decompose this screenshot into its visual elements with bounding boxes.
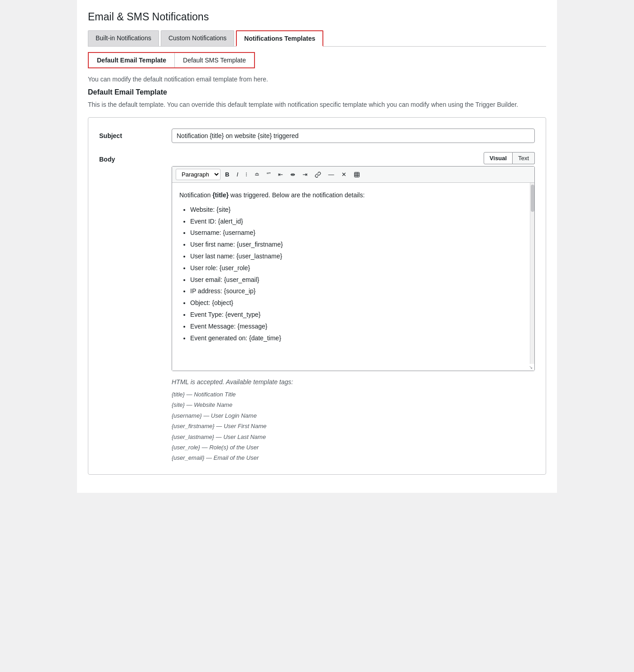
template-tag-item: {user_lastname} — User Last Name (172, 432, 535, 442)
template-tag-item: {user_email} — Email of the User (172, 453, 535, 463)
svg-rect-0 (354, 172, 359, 177)
table-btn[interactable] (351, 170, 363, 179)
page-title: Email & SMS Notifications (88, 11, 546, 23)
body-list-item: User first name: {user_firstname} (190, 239, 527, 250)
tab-custom[interactable]: Custom Notifications (161, 30, 234, 46)
template-tags-section: HTML is accepted. Available template tag… (172, 378, 535, 463)
template-tag-item: {user_role} — Role(s) of the User (172, 442, 535, 453)
body-list-item: Event ID: {alert_id} (190, 216, 527, 227)
section-title: Default Email Template (88, 88, 546, 96)
sub-tab-email-template[interactable]: Default Email Template (89, 53, 175, 67)
visual-btn[interactable]: Visual (484, 152, 513, 164)
subject-label: Subject (99, 129, 172, 139)
horizontal-rule-btn[interactable]: ✕ (339, 170, 349, 179)
editor-body[interactable]: Notification {title} was triggered. Belo… (172, 183, 534, 364)
text-btn[interactable]: Text (513, 152, 535, 164)
body-label: Body (99, 152, 172, 163)
strikethrough-btn[interactable]: ― (326, 170, 337, 179)
body-row: Body Visual Text Paragraph B I (99, 152, 535, 463)
template-tags-title: HTML is accepted. Available template tag… (172, 378, 535, 386)
body-list-item: Object: {object} (190, 298, 527, 309)
body-field: Visual Text Paragraph B I ⁝ ≏ “” (172, 152, 535, 463)
align-left-btn[interactable]: ⇤ (275, 170, 286, 179)
editor-scrollbar[interactable] (530, 183, 534, 364)
body-list-item: Event generated on: {date_time} (190, 333, 527, 344)
unordered-list-btn[interactable]: ⁝ (243, 170, 250, 179)
editor-toolbar: Paragraph B I ⁝ ≏ “” ⇤ ⇼ ⇥ ― (172, 167, 534, 183)
template-tag-item: {title} — Notification Title (172, 389, 535, 400)
ordered-list-btn[interactable]: ≏ (252, 170, 262, 179)
body-list-item: IP address: {source_ip} (190, 286, 527, 297)
main-tabs: Built-in Notifications Custom Notificati… (88, 30, 546, 47)
template-tag-item: {site} — Website Name (172, 400, 535, 410)
paragraph-select[interactable]: Paragraph (176, 169, 221, 180)
subject-row: Subject (99, 129, 535, 143)
description-text: You can modify the default notification … (88, 76, 546, 83)
section-subtitle: This is the default template. You can ov… (88, 101, 546, 108)
scrollbar-thumb (531, 185, 534, 212)
body-list-item: Event Type: {event_type} (190, 310, 527, 320)
blockquote-btn[interactable]: “” (264, 170, 274, 179)
editor-container: Paragraph B I ⁝ ≏ “” ⇤ ⇼ ⇥ ― (172, 166, 535, 371)
tag-list: {title} — Notification Title{site} — Web… (172, 389, 535, 463)
bold-btn[interactable]: B (222, 170, 232, 179)
tab-built-in[interactable]: Built-in Notifications (88, 30, 159, 46)
visual-text-toggle: Visual Text (172, 152, 535, 164)
body-list-item: Website: {site} (190, 205, 527, 215)
italic-btn[interactable]: I (234, 170, 241, 179)
body-list-item: User role: {user_role} (190, 263, 527, 274)
body-list-item: User email: {user_email} (190, 275, 527, 286)
template-tag-item: {username} — User Login Name (172, 410, 535, 421)
align-center-btn[interactable]: ⇼ (288, 170, 298, 179)
body-list: Website: {site}Event ID: {alert_id}Usern… (179, 205, 527, 344)
resize-handle[interactable]: ↘ (172, 364, 534, 371)
subject-field (172, 129, 535, 143)
subject-input[interactable] (172, 129, 535, 143)
body-list-item: Event Message: {message} (190, 321, 527, 332)
tab-templates[interactable]: Notifications Templates (236, 30, 323, 47)
align-right-btn[interactable]: ⇥ (300, 170, 310, 179)
link-btn[interactable] (312, 170, 324, 179)
sub-tab-sms-template[interactable]: Default SMS Template (175, 53, 254, 67)
body-list-item: Username: {username} (190, 228, 527, 238)
sub-tabs: Default Email Template Default SMS Templ… (88, 52, 255, 68)
template-tag-item: {user_firstname} — User First Name (172, 421, 535, 431)
form-container: Subject Body Visual Text Paragrap (88, 117, 546, 475)
body-list-item: User last name: {user_lastname} (190, 251, 527, 262)
